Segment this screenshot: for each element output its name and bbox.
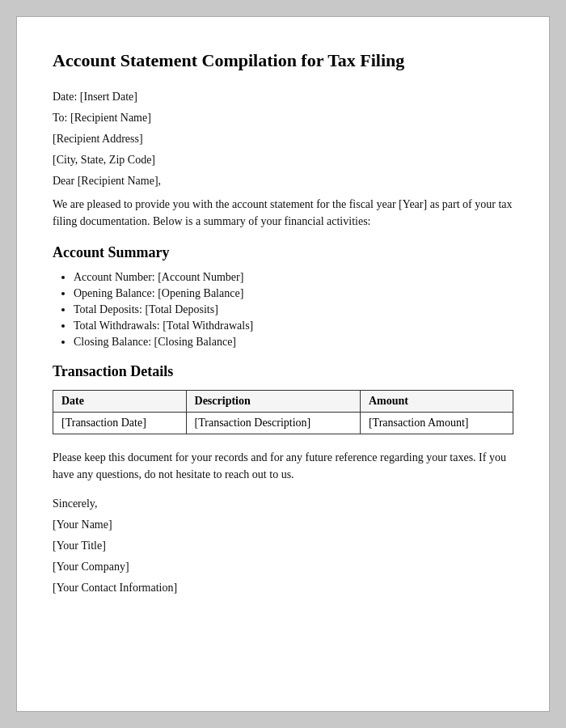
summary-list-item: Account Number: [Account Number] bbox=[74, 271, 513, 284]
your-name: [Your Name] bbox=[53, 518, 513, 531]
your-contact: [Your Contact Information] bbox=[53, 582, 513, 595]
table-header: DateDescriptionAmount bbox=[53, 390, 513, 412]
account-summary-heading: Account Summary bbox=[53, 244, 513, 261]
transaction-details-heading: Transaction Details bbox=[53, 363, 513, 380]
table-header-cell: Date bbox=[53, 390, 187, 412]
table-cell: [Transaction Date] bbox=[53, 412, 187, 434]
city-line: [City, State, Zip Code] bbox=[53, 154, 513, 167]
table-header-cell: Amount bbox=[360, 390, 513, 412]
summary-list-item: Closing Balance: [Closing Balance] bbox=[74, 336, 513, 349]
table-header-row: DateDescriptionAmount bbox=[53, 390, 513, 412]
document-container: Account Statement Compilation for Tax Fi… bbox=[16, 16, 550, 712]
sign-off: Sincerely, bbox=[53, 497, 513, 510]
summary-list-item: Total Deposits: [Total Deposits] bbox=[74, 303, 513, 316]
document-title: Account Statement Compilation for Tax Fi… bbox=[53, 49, 513, 73]
table-header-cell: Description bbox=[186, 390, 360, 412]
summary-list-item: Total Withdrawals: [Total Withdrawals] bbox=[74, 320, 513, 332]
closing-text: Please keep this document for your recor… bbox=[53, 449, 513, 483]
your-title: [Your Title] bbox=[53, 540, 513, 552]
date-line: Date: [Insert Date] bbox=[53, 91, 513, 104]
your-company: [Your Company] bbox=[53, 561, 513, 574]
intro-body: We are pleased to provide you with the a… bbox=[53, 196, 513, 230]
table-cell: [Transaction Description] bbox=[186, 412, 360, 434]
address-line: [Recipient Address] bbox=[53, 133, 513, 146]
table-row: [Transaction Date][Transaction Descripti… bbox=[53, 412, 513, 434]
transaction-table: DateDescriptionAmount [Transaction Date]… bbox=[53, 390, 513, 434]
summary-list: Account Number: [Account Number]Opening … bbox=[74, 271, 513, 349]
table-body: [Transaction Date][Transaction Descripti… bbox=[53, 412, 513, 434]
summary-list-item: Opening Balance: [Opening Balance] bbox=[74, 287, 513, 300]
to-line: To: [Recipient Name] bbox=[53, 112, 513, 125]
table-cell: [Transaction Amount] bbox=[360, 412, 513, 434]
dear-line: Dear [Recipient Name], bbox=[53, 175, 513, 188]
